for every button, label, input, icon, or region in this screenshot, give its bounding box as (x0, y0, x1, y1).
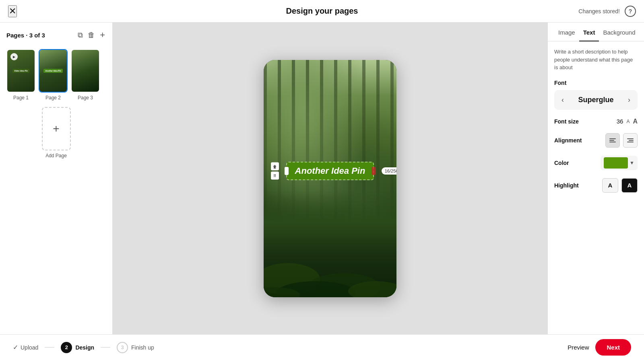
page-thumbnail-2[interactable]: Another Idea Pin Page 2 (39, 49, 68, 101)
panel-tabs: Image Text Background (548, 23, 644, 41)
add-page-button[interactable]: + (99, 29, 106, 41)
font-next-button[interactable]: › (626, 94, 632, 106)
color-picker[interactable]: ▼ (601, 156, 638, 170)
next-button[interactable]: Next (595, 339, 631, 356)
align-right-icon (627, 138, 634, 142)
close-button[interactable]: ✕ (8, 5, 17, 17)
thumb-text-2: Another Idea Pin (43, 69, 63, 73)
bottom-right: Preview Next (568, 339, 631, 356)
duplicate-button[interactable]: ⧉ (77, 30, 84, 40)
drag-handle[interactable]: ⠿ (271, 172, 279, 180)
font-size-controls: 36 A A (617, 118, 638, 125)
step-design: 2 Design (61, 342, 94, 353)
alignment-row: Alignment (554, 133, 638, 148)
highlight-label: Highlight (554, 182, 579, 189)
left-controls: 🗑 ⠿ (271, 163, 279, 180)
thumb-bg-2: Another Idea Pin (39, 50, 67, 92)
step-divider-2 (101, 347, 110, 348)
tab-text[interactable]: Text (579, 23, 599, 41)
step-divider-1 (45, 347, 54, 348)
design-step-circle: 2 (61, 342, 72, 353)
main-layout: Pages · 3 of 3 ⧉ 🗑 + ▶ Video Idea Pin (0, 23, 644, 334)
upload-label: Upload (21, 344, 38, 351)
align-left-icon (609, 138, 616, 142)
thumb-text-1: Video Idea Pin (12, 69, 29, 73)
thumb-bg-1: ▶ Video Idea Pin (7, 50, 35, 92)
thumb-bg-3 (72, 50, 99, 92)
step-finish: 3 Finish up (117, 342, 154, 353)
sidebar: Pages · 3 of 3 ⧉ 🗑 + ▶ Video Idea Pin (0, 23, 113, 334)
canvas-area: 🗑 ⠿ Another Idea Pin 16/250 (113, 23, 547, 334)
text-overlay-container: 🗑 ⠿ Another Idea Pin 16/250 (264, 162, 396, 180)
add-page-label: Add Page (45, 153, 67, 158)
bottom-bar: ✓ Upload 2 Design 3 Finish up Preview Ne… (0, 334, 644, 360)
upload-check-icon: ✓ (13, 344, 18, 351)
pages-grid: ▶ Video Idea Pin Page 1 Another Idea Pin… (6, 49, 106, 101)
description-text: Write a short description to help people… (554, 48, 638, 72)
highlight-none-button[interactable]: A (602, 178, 618, 193)
alignment-label: Alignment (554, 137, 582, 144)
add-page-tile-button[interactable]: + (42, 107, 71, 150)
thumb-label-1: Page 1 (13, 95, 29, 101)
add-plus-icon: + (53, 123, 59, 134)
align-right-button[interactable] (623, 133, 638, 148)
tab-background[interactable]: Background (599, 23, 639, 41)
text-overlay[interactable]: Another Idea Pin (286, 162, 374, 180)
delete-text-button[interactable]: 🗑 (271, 163, 279, 171)
page-thumb-img-1: ▶ Video Idea Pin (6, 49, 35, 93)
color-row: Color ▼ (554, 156, 638, 170)
step-upload: ✓ Upload (13, 344, 38, 351)
font-prev-button[interactable]: ‹ (560, 94, 566, 106)
font-size-label: Font size (554, 118, 579, 125)
preview-button[interactable]: Preview (568, 344, 589, 351)
steps-container: ✓ Upload 2 Design 3 Finish up (13, 342, 154, 353)
highlight-filled-button[interactable]: A (621, 178, 638, 193)
finish-step-circle: 3 (117, 342, 128, 353)
page-thumb-img-2: Another Idea Pin (39, 49, 68, 93)
color-dropdown-arrow: ▼ (630, 160, 634, 166)
font-size-value: 36 (617, 118, 623, 125)
char-count: 16/250 (382, 167, 396, 175)
thumb-label-2: Page 2 (45, 95, 61, 101)
sidebar-title: Pages · 3 of 3 (6, 32, 45, 39)
phone-frame: 🗑 ⠿ Another Idea Pin 16/250 (264, 60, 396, 297)
page-title: Design your pages (286, 6, 358, 16)
add-page-container: + Add Page (6, 107, 106, 158)
highlight-options: A A (602, 178, 638, 193)
top-bar-right: Changes stored! ? (578, 6, 636, 17)
highlight-row: Highlight A A (554, 178, 638, 193)
right-drag-handle[interactable] (372, 167, 376, 175)
color-label: Color (554, 160, 569, 166)
fern-svg (264, 179, 396, 297)
font-section: Font ‹ Superglue › (554, 80, 638, 110)
finish-step-label: Finish up (131, 344, 154, 351)
help-button[interactable]: ? (625, 6, 636, 17)
tab-image[interactable]: Image (554, 23, 579, 41)
page-thumb-img-3 (71, 49, 100, 93)
page-thumbnail-1[interactable]: ▶ Video Idea Pin Page 1 (6, 49, 35, 101)
color-swatch (604, 157, 628, 169)
sidebar-actions: ⧉ 🗑 + (77, 29, 106, 41)
step-upload-inner: ✓ Upload (13, 344, 38, 351)
left-drag-handle[interactable] (285, 167, 289, 175)
sidebar-header: Pages · 3 of 3 ⧉ 🗑 + (6, 29, 106, 41)
text-overlay-wrapper: 🗑 ⠿ Another Idea Pin 16/250 (286, 162, 374, 180)
text-overlay-content: Another Idea Pin (295, 166, 365, 176)
font-size-increase[interactable]: A (633, 118, 638, 125)
right-panel: Image Text Background Write a short desc… (547, 23, 644, 334)
page-thumbnail-3[interactable]: Page 3 (71, 49, 100, 101)
font-size-decrease[interactable]: A (626, 119, 630, 124)
font-section-label: Font (554, 80, 638, 86)
changes-stored-label: Changes stored! (578, 8, 620, 14)
top-bar: ✕ Design your pages Changes stored! ? (0, 0, 644, 23)
thumb-label-3: Page 3 (78, 95, 93, 101)
align-left-button[interactable] (605, 133, 620, 148)
font-size-row: Font size 36 A A (554, 118, 638, 125)
font-name: Superglue (578, 96, 613, 104)
panel-content: Write a short description to help people… (548, 41, 644, 199)
delete-button[interactable]: 🗑 (87, 30, 96, 40)
font-selector: ‹ Superglue › (554, 90, 638, 110)
play-icon: ▶ (10, 53, 18, 60)
alignment-options (605, 133, 638, 148)
design-step-label: Design (75, 344, 94, 351)
